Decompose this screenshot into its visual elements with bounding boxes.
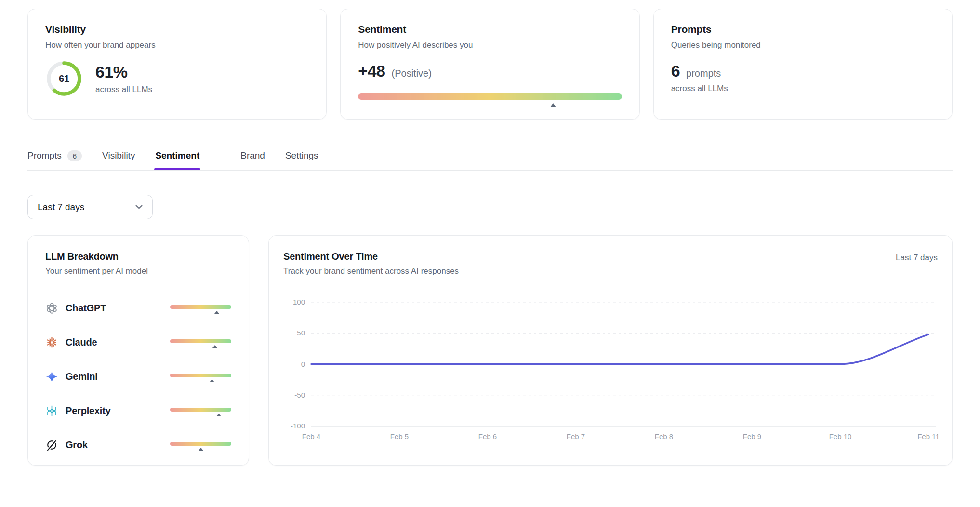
llm-name: Claude — [66, 337, 97, 348]
chart-subtitle: Track your brand sentiment across AI res… — [283, 267, 459, 276]
svg-text:100: 100 — [293, 298, 305, 306]
tab-bar: Prompts 6 Visibility Sentiment Brand Set… — [27, 149, 953, 171]
tab-visibility-label: Visibility — [102, 150, 135, 161]
svg-text:Feb 10: Feb 10 — [829, 432, 852, 440]
tab-prompts-label: Prompts — [27, 150, 62, 161]
llm-breakdown-title: LLM Breakdown — [45, 251, 231, 262]
llm-sentiment-marker-icon — [216, 414, 221, 416]
sentiment-card-subtitle: How positively AI describes you — [358, 40, 622, 50]
prompts-card-subtitle: Queries being monitored — [671, 40, 935, 50]
sentiment-card-title: Sentiment — [358, 24, 622, 35]
llm-sentiment-marker-icon — [199, 448, 203, 451]
visibility-caption: across all LLMs — [95, 85, 152, 94]
llm-sentiment-bar — [170, 305, 231, 309]
llm-sentiment-bar — [170, 339, 231, 343]
llm-breakdown-card: LLM Breakdown Your sentiment per AI mode… — [27, 235, 249, 466]
chatgpt-icon — [45, 302, 58, 315]
llm-sentiment-bar — [170, 408, 231, 412]
visibility-card: Visibility How often your brand appears … — [27, 9, 327, 120]
llm-row: Perplexity — [45, 394, 231, 428]
llm-row: Gemini — [45, 360, 231, 394]
llm-sentiment-marker-icon — [212, 345, 217, 348]
llm-name: ChatGPT — [66, 303, 106, 314]
llm-row: Grok — [45, 428, 231, 462]
prompts-count: 6 — [671, 62, 680, 80]
llm-name: Gemini — [66, 371, 98, 382]
visibility-card-subtitle: How often your brand appears — [45, 40, 309, 50]
prompts-count-badge: 6 — [67, 150, 82, 161]
llm-sentiment-bar — [170, 442, 231, 446]
sentiment-label: (Positive) — [392, 68, 432, 79]
chart-range-label: Last 7 days — [896, 253, 938, 263]
date-range-value: Last 7 days — [38, 202, 84, 213]
date-range-select[interactable]: Last 7 days — [27, 195, 153, 219]
stat-cards: Visibility How often your brand appears … — [27, 9, 953, 120]
gemini-icon — [45, 370, 58, 383]
prompts-unit: prompts — [686, 68, 721, 79]
llm-row: Claude — [45, 325, 231, 360]
tab-sentiment[interactable]: Sentiment — [155, 150, 199, 161]
perplexity-icon — [45, 404, 58, 417]
llm-name: Perplexity — [66, 405, 111, 416]
tab-settings[interactable]: Settings — [285, 150, 318, 161]
bottom-panels: LLM Breakdown Your sentiment per AI mode… — [27, 235, 953, 466]
svg-text:50: 50 — [297, 329, 305, 337]
llm-row: ChatGPT — [45, 291, 231, 325]
llm-sentiment-marker-icon — [210, 379, 214, 382]
tab-divider — [220, 149, 220, 162]
sentiment-marker-icon — [550, 103, 556, 107]
svg-text:Feb 9: Feb 9 — [743, 432, 761, 440]
llm-name: Grok — [66, 440, 88, 451]
prompts-card: Prompts Queries being monitored 6 prompt… — [653, 9, 953, 120]
tab-brand[interactable]: Brand — [240, 150, 265, 161]
svg-text:Feb 6: Feb 6 — [478, 432, 497, 440]
prompts-caption: across all LLMs — [671, 84, 935, 93]
dashboard-page: Visibility How often your brand appears … — [0, 0, 980, 485]
prompts-card-title: Prompts — [671, 24, 935, 35]
tab-visibility[interactable]: Visibility — [102, 150, 135, 161]
sentiment-line-chart: 100500-50-100Feb 4Feb 5Feb 6Feb 7Feb 8Fe… — [283, 287, 938, 446]
visibility-donut: 61 — [45, 60, 83, 97]
llm-breakdown-subtitle: Your sentiment per AI model — [45, 267, 231, 276]
sentiment-card: Sentiment How positively AI describes yo… — [340, 9, 639, 120]
tab-sentiment-label: Sentiment — [155, 150, 199, 161]
grok-icon — [45, 439, 58, 452]
svg-text:0: 0 — [301, 360, 305, 368]
llm-list: ChatGPT Claude Gemini Perplexity — [45, 291, 231, 462]
svg-text:Feb 7: Feb 7 — [567, 432, 585, 440]
claude-icon — [45, 336, 58, 349]
svg-text:-100: -100 — [291, 422, 305, 430]
chart-title: Sentiment Over Time — [283, 251, 459, 262]
llm-sentiment-bar — [170, 374, 231, 377]
visibility-card-title: Visibility — [45, 24, 309, 35]
svg-text:Feb 4: Feb 4 — [302, 432, 320, 440]
svg-text:Feb 5: Feb 5 — [390, 432, 409, 440]
llm-sentiment-marker-icon — [214, 311, 219, 314]
sentiment-value: +48 — [358, 62, 385, 80]
tab-brand-label: Brand — [240, 150, 265, 161]
svg-text:Feb 11: Feb 11 — [917, 432, 940, 440]
svg-text:-50: -50 — [294, 391, 305, 399]
visibility-donut-value: 61 — [45, 60, 83, 97]
svg-text:Feb 8: Feb 8 — [655, 432, 673, 440]
sentiment-gradient-bar — [358, 93, 622, 100]
chevron-down-icon — [135, 205, 143, 209]
tab-prompts[interactable]: Prompts 6 — [27, 150, 82, 161]
sentiment-chart-card: Sentiment Over Time Track your brand sen… — [268, 235, 953, 466]
visibility-value: 61% — [95, 63, 152, 81]
tab-settings-label: Settings — [285, 150, 318, 161]
